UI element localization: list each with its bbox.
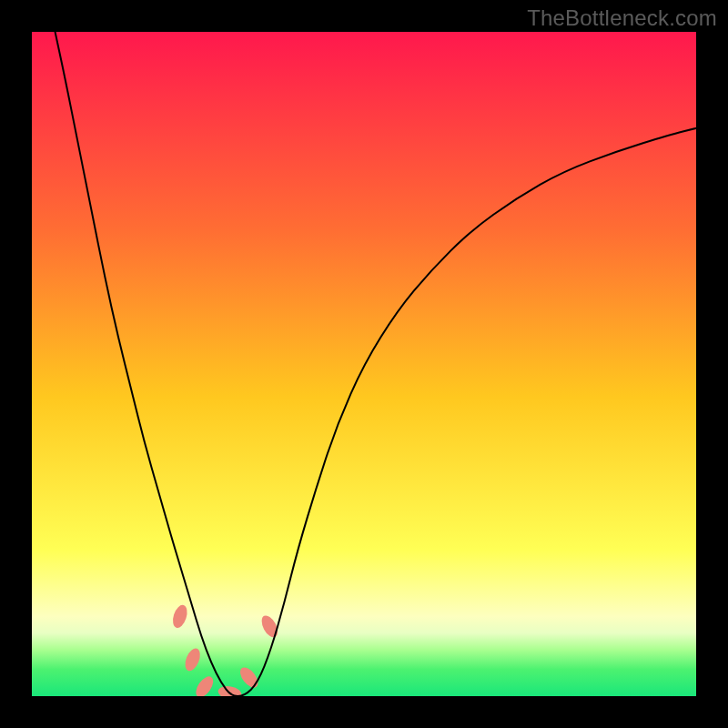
plot-area (32, 32, 696, 696)
chart-svg (32, 32, 696, 696)
chart-frame: TheBottleneck.com (0, 0, 728, 728)
watermark-text: TheBottleneck.com (527, 5, 717, 31)
gradient-background (32, 32, 696, 696)
